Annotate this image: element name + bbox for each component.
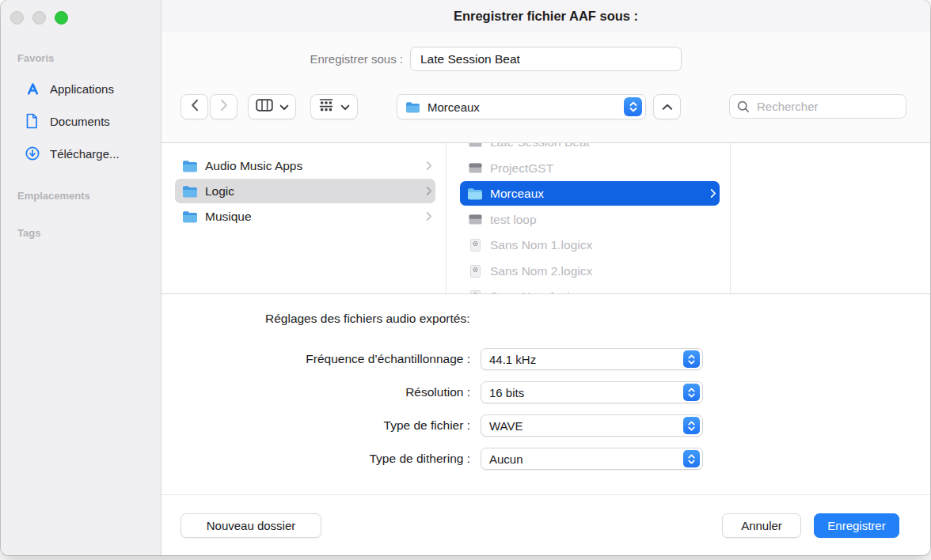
folder-icon <box>182 210 198 223</box>
list-item-disabled: Late Session Beat <box>460 143 720 154</box>
sidebar-item-label: Documents <box>50 115 110 128</box>
chevron-right-icon <box>426 211 432 221</box>
traffic-lights <box>10 11 68 25</box>
browser-column-1: Audio Music Apps Logic <box>162 143 446 293</box>
chevron-down-icon <box>340 100 350 114</box>
download-icon <box>25 146 44 161</box>
list-item-disabled: test loop <box>460 207 720 232</box>
appstore-icon <box>25 81 44 96</box>
group-view-icon <box>318 98 334 115</box>
file-type-select[interactable]: WAVE <box>481 414 703 437</box>
folder-icon <box>405 101 420 113</box>
location-popup-value: Morceaux <box>428 100 624 114</box>
select-stepper-icon <box>683 450 700 467</box>
zoom-window-button[interactable] <box>55 11 68 25</box>
chevron-right-icon <box>220 99 228 115</box>
up-directory-button[interactable] <box>653 94 681 119</box>
list-item[interactable]: Audio Music Apps <box>175 153 435 178</box>
search-icon <box>736 100 750 114</box>
list-item-selected[interactable]: Morceaux <box>460 181 720 206</box>
list-item-disabled: ProjectGST <box>460 156 720 180</box>
export-settings-panel: Réglages des fichiers audio exportés: Fr… <box>162 294 930 494</box>
logicx-file-icon <box>467 239 483 252</box>
select-stepper-icon <box>683 417 700 434</box>
bit-depth-label: Résolution : <box>162 381 470 403</box>
dialog-content: Enregistrer sous : <box>162 32 930 555</box>
logic-project-icon <box>467 214 483 225</box>
save-as-label: Enregistrer sous : <box>162 47 403 71</box>
save-dialog-window: Favoris Applications Documents <box>1 0 930 555</box>
sidebar-item-label: Applications <box>50 82 114 96</box>
sidebar-item-downloads[interactable]: Télécharge... <box>1 142 161 165</box>
group-view-button[interactable] <box>310 94 358 119</box>
dithering-label: Type de dithering : <box>162 448 470 470</box>
sidebar-section-emplacements: Emplacements <box>17 190 90 202</box>
minimize-window-button <box>32 11 46 25</box>
sidebar-item-applications[interactable]: Applications <box>1 77 161 100</box>
folder-icon <box>182 160 198 172</box>
logicx-file-icon <box>467 290 483 294</box>
columns-view-icon <box>256 98 273 115</box>
list-item-selected[interactable]: Logic <box>175 179 435 203</box>
logic-project-icon <box>467 143 483 147</box>
select-stepper-icon <box>683 350 700 368</box>
logicx-file-icon <box>467 265 483 278</box>
folder-icon <box>182 185 198 198</box>
cancel-button[interactable]: Annuler <box>722 513 801 538</box>
column-browser: Audio Music Apps Logic <box>162 142 930 294</box>
file-type-label: Type de fichier : <box>162 414 470 437</box>
chevron-left-icon <box>191 99 199 115</box>
sidebar-section-favoris: Favoris <box>17 52 54 64</box>
back-button[interactable] <box>180 94 208 119</box>
browser-column-2: Late Session Beat ProjectGST <box>446 143 731 293</box>
logic-project-icon <box>467 163 483 173</box>
chevron-right-icon <box>426 161 432 171</box>
sample-rate-select[interactable]: 44.1 kHz <box>481 348 703 370</box>
forward-button <box>210 94 238 119</box>
dithering-select[interactable]: Aucun <box>481 448 703 470</box>
search-field[interactable] <box>729 94 906 119</box>
search-input[interactable] <box>755 99 916 114</box>
close-window-button <box>10 11 24 25</box>
chevron-down-icon <box>279 100 289 114</box>
folder-icon <box>467 187 483 200</box>
bit-depth-select[interactable]: 16 bits <box>481 381 703 403</box>
column-view-button[interactable] <box>248 94 296 119</box>
filename-input[interactable] <box>410 47 682 71</box>
popup-stepper-icon <box>624 97 642 116</box>
sidebar-item-documents[interactable]: Documents <box>1 109 161 133</box>
dialog-footer: Nouveau dossier Annuler Enregistrer <box>162 494 930 555</box>
save-button[interactable]: Enregistrer <box>814 513 899 538</box>
list-item-disabled: Sans Nom 1.logicx <box>460 233 720 257</box>
list-item-disabled: Sans Nom 2.logicx <box>460 259 720 283</box>
document-icon <box>25 113 44 129</box>
browser-column-3 <box>731 143 930 293</box>
list-item-disabled: Sans Nom.logicx <box>460 284 720 293</box>
sidebar: Favoris Applications Documents <box>1 0 162 555</box>
dialog-title: Enregistrer fichier AAF sous : <box>162 0 930 32</box>
sample-rate-label: Fréquence d’échantillonnage : <box>162 348 470 370</box>
list-item[interactable]: Musique <box>175 204 435 229</box>
sidebar-section-tags: Tags <box>17 227 40 239</box>
chevron-right-icon <box>426 186 432 196</box>
location-popup[interactable]: Morceaux <box>397 94 646 119</box>
settings-heading: Réglages des fichiers audio exportés: <box>265 312 469 326</box>
select-stepper-icon <box>683 384 700 401</box>
sidebar-item-label: Télécharge... <box>50 147 120 161</box>
new-folder-button[interactable]: Nouveau dossier <box>180 513 321 538</box>
chevron-up-icon <box>662 100 673 114</box>
chevron-right-icon <box>710 188 716 199</box>
